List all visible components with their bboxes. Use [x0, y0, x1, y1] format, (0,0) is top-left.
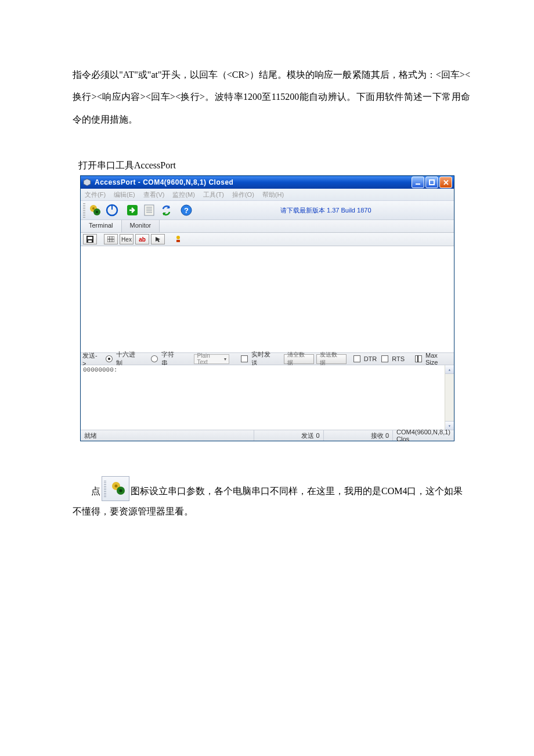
svg-point-27 [115, 485, 118, 488]
menu-edit[interactable]: 编辑(E) [110, 190, 139, 199]
rts-label: RTS [392, 355, 405, 362]
maxsize-checkbox[interactable] [415, 355, 422, 362]
tab-terminal[interactable]: Terminal [81, 220, 122, 232]
power-icon[interactable] [104, 203, 120, 218]
menu-help[interactable]: 帮助(H) [258, 190, 288, 199]
window-title: AccessPort - COM4(9600,N,8,1) Closed [95, 178, 412, 186]
radio-string[interactable] [151, 355, 158, 362]
menu-monitor[interactable]: 监控(M) [168, 190, 199, 199]
accessport-window: AccessPort - COM4(9600,N,8,1) Closed ✕ 文… [80, 175, 454, 441]
svg-rect-25 [176, 240, 180, 242]
svg-point-3 [92, 207, 95, 210]
toolbar-grip [83, 203, 85, 218]
svg-text:?: ? [184, 206, 189, 215]
send-data-button[interactable]: 发送数据 [316, 354, 347, 364]
app-icon [83, 178, 91, 186]
refresh-icon[interactable] [158, 203, 174, 218]
hex-offset: 00000000: [83, 366, 117, 373]
toolbar: ? 请下载最新版本 1.37 Build 1870 [81, 201, 454, 220]
send-label: 发送-> [82, 351, 101, 367]
scroll-up-icon[interactable]: ▴ [445, 365, 454, 374]
cursor-icon[interactable] [151, 234, 165, 244]
radio-hex[interactable] [106, 355, 113, 362]
svg-rect-9 [145, 205, 154, 215]
svg-rect-19 [88, 240, 92, 242]
rts-checkbox[interactable] [381, 355, 388, 362]
sub-toolbar: Hex ab [81, 233, 454, 246]
statusbar: 就绪 发送 0 接收 0 COM4(9600,N,8,1) Clos [81, 430, 454, 441]
help-icon[interactable]: ? [179, 203, 194, 218]
clear-data-button[interactable]: 清空数据 [284, 354, 314, 364]
update-link[interactable]: 请下载最新版本 1.37 Build 1870 [280, 206, 371, 215]
svg-point-5 [96, 211, 98, 213]
dtr-checkbox[interactable] [353, 355, 360, 362]
bottom-text-pre: 点 [91, 486, 100, 496]
grid-icon[interactable] [104, 234, 118, 244]
doc-paragraph-3: 点 图标设立串口参数，各个电脑串口不同样，在这里，我用的是COM4口，这个如果不… [73, 476, 470, 521]
settings-gear-icon[interactable] [88, 203, 103, 218]
svg-rect-18 [88, 237, 92, 239]
doc-paragraph-1: 指令必须以"AT"或"at"开头，以回车（<CR>）结尾。模块的响应一般紧随其后… [73, 64, 470, 131]
status-port: COM4(9600,N,8,1) Clos [393, 430, 454, 441]
arrow-send-icon[interactable] [125, 203, 140, 218]
hex-mode-button[interactable]: Hex [120, 234, 134, 244]
ab-mode-button[interactable]: ab [135, 234, 149, 244]
svg-rect-7 [111, 205, 113, 210]
maximize-button[interactable] [425, 177, 438, 188]
svg-point-29 [120, 489, 122, 492]
encoding-dropdown[interactable]: Plain Text▾ [194, 354, 229, 364]
minimize-button[interactable] [412, 177, 424, 188]
send-toolbar: 发送-> 十六进制 字符串 Plain Text▾ 实时发送 清空数据 发送数据… [81, 352, 454, 365]
status-tx: 发送 0 [254, 430, 324, 441]
tab-strip: Terminal Monitor [81, 220, 454, 233]
tab-monitor[interactable]: Monitor [122, 220, 160, 232]
doc-paragraph-2: 打开串口工具AccessPort [78, 160, 534, 172]
svg-rect-0 [416, 183, 420, 185]
list-icon[interactable] [142, 203, 157, 218]
terminal-output[interactable] [81, 246, 454, 352]
svg-point-24 [176, 236, 180, 239]
status-ready: 就绪 [81, 430, 254, 441]
close-button[interactable]: ✕ [439, 177, 452, 188]
bottom-text-post: 图标设立串口参数，各个电脑串口不同样，在这里，我用的是COM4口，这个如果不懂得… [73, 486, 463, 516]
titlebar[interactable]: AccessPort - COM4(9600,N,8,1) Closed ✕ [81, 176, 454, 189]
convert-icon[interactable] [172, 235, 185, 244]
svg-rect-1 [430, 180, 434, 185]
status-rx: 接收 0 [324, 430, 394, 441]
realtime-checkbox[interactable] [241, 355, 248, 362]
menu-view[interactable]: 查看(V) [139, 190, 169, 199]
maxsize-label: Max Size [425, 352, 452, 366]
scrollbar-vertical[interactable]: ▴ ▾ [445, 365, 454, 430]
menu-operate[interactable]: 操作(O) [228, 190, 258, 199]
menu-file[interactable]: 文件(F) [81, 190, 110, 199]
dtr-label: DTR [364, 355, 377, 362]
send-input-area[interactable]: 00000000: ▴ ▾ [81, 365, 454, 430]
menubar: 文件(F) 编辑(E) 查看(V) 监控(M) 工具(T) 操作(O) 帮助(H… [81, 189, 454, 201]
inline-gear-icon [102, 476, 129, 501]
save-icon[interactable] [83, 234, 97, 244]
menu-tools[interactable]: 工具(T) [199, 190, 228, 199]
